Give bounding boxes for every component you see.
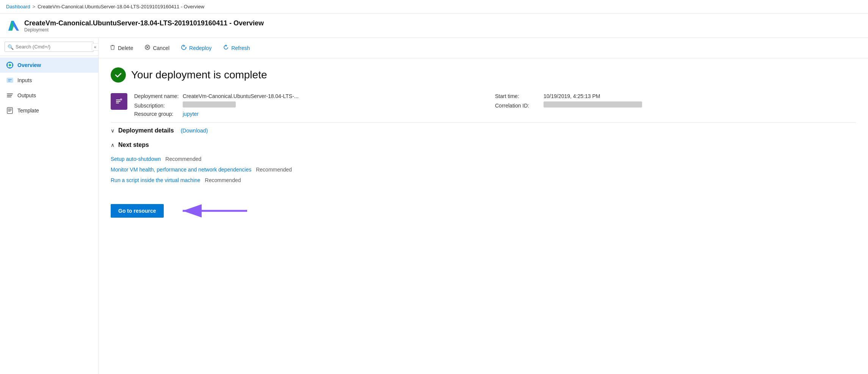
sidebar: 🔍 « Overview Inputs bbox=[0, 38, 99, 374]
resource-group-link[interactable]: jupyter bbox=[183, 111, 199, 117]
pointing-arrow-icon bbox=[175, 201, 251, 220]
svg-rect-9 bbox=[7, 97, 11, 97]
app-title-block: CreateVm-Canonical.UbuntuServer-18.04-LT… bbox=[24, 19, 264, 33]
redeploy-button[interactable]: Redeploy bbox=[176, 42, 216, 54]
correlation-id-label: Correlation ID: bbox=[495, 103, 541, 109]
run-script-link[interactable]: Run a script inside the virtual machine bbox=[111, 177, 201, 183]
next-steps-chevron: ∧ bbox=[111, 142, 114, 148]
info-row-start-time: Start time: 10/19/2019, 4:25:13 PM bbox=[495, 93, 856, 99]
next-steps-section[interactable]: ∧ Next steps bbox=[111, 139, 856, 153]
toolbar: Delete Cancel Redeploy Refresh bbox=[99, 38, 868, 58]
deployment-title: Your deployment is complete bbox=[131, 69, 267, 81]
breadcrumb-separator: > bbox=[33, 4, 36, 9]
inputs-icon bbox=[6, 76, 14, 84]
redeploy-label: Redeploy bbox=[189, 45, 212, 51]
resource-group-label: Resource group: bbox=[134, 111, 180, 117]
delete-icon bbox=[110, 44, 116, 51]
sidebar-nav: Overview Inputs Outputs bbox=[0, 56, 98, 374]
monitor-vm-link[interactable]: Monitor VM health, performance and netwo… bbox=[111, 167, 251, 173]
sidebar-item-inputs[interactable]: Inputs bbox=[0, 73, 98, 88]
svg-rect-12 bbox=[8, 110, 12, 111]
delete-button[interactable]: Delete bbox=[105, 42, 138, 54]
content-body: Your deployment is complete bbox=[99, 58, 868, 229]
info-row-correlation-id: Correlation ID: bbox=[495, 101, 856, 109]
breadcrumb-dashboard-link[interactable]: Dashboard bbox=[6, 4, 30, 9]
deployment-name-label: Deployment name: bbox=[134, 93, 180, 99]
svg-rect-13 bbox=[8, 111, 11, 112]
run-script-badge: Recommended bbox=[205, 177, 241, 183]
main-layout: 🔍 « Overview Inputs bbox=[0, 38, 868, 374]
next-steps-list: Setup auto-shutdown Recommended Monitor … bbox=[111, 153, 856, 195]
sidebar-collapse-button[interactable]: « bbox=[92, 43, 99, 51]
search-box: 🔍 « bbox=[0, 38, 98, 56]
sidebar-item-overview[interactable]: Overview bbox=[0, 58, 98, 73]
svg-point-5 bbox=[9, 64, 11, 66]
svg-rect-6 bbox=[7, 78, 13, 83]
sidebar-template-label: Template bbox=[17, 108, 39, 114]
setup-auto-shutdown-badge: Recommended bbox=[165, 156, 201, 162]
delete-label: Delete bbox=[118, 45, 133, 51]
deployment-details-title: Deployment details bbox=[118, 127, 174, 134]
status-check-icon bbox=[111, 67, 126, 83]
deployment-name-value: CreateVm-Canonical.UbuntuServer-18.04-LT… bbox=[183, 93, 299, 99]
info-section-right: Start time: 10/19/2019, 4:25:13 PM Corre… bbox=[495, 93, 856, 111]
deployment-details-chevron: ∨ bbox=[111, 128, 114, 134]
subscription-label: Subscription: bbox=[134, 103, 180, 109]
breadcrumb-current-page: CreateVm-Canonical.UbuntuServer-18.04-LT… bbox=[38, 4, 204, 9]
next-step-2: Monitor VM health, performance and netwo… bbox=[111, 167, 856, 173]
sidebar-overview-label: Overview bbox=[17, 62, 41, 68]
svg-rect-14 bbox=[111, 45, 114, 46]
sidebar-outputs-label: Outputs bbox=[17, 92, 36, 98]
deployment-details-download-link[interactable]: (Download) bbox=[181, 128, 208, 134]
deployment-type-icon bbox=[111, 93, 127, 110]
cancel-icon bbox=[144, 44, 150, 51]
template-icon bbox=[6, 107, 14, 114]
redeploy-icon bbox=[181, 44, 187, 51]
app-title: CreateVm-Canonical.UbuntuServer-18.04-LT… bbox=[24, 19, 264, 28]
sidebar-inputs-label: Inputs bbox=[17, 77, 32, 83]
cancel-label: Cancel bbox=[153, 45, 169, 51]
refresh-icon bbox=[223, 44, 229, 51]
go-to-resource-wrap: Go to resource bbox=[111, 201, 856, 220]
correlation-id-value bbox=[544, 101, 642, 108]
info-section: Deployment name: CreateVm-Canonical.Ubun… bbox=[111, 93, 856, 119]
arrow-annotation bbox=[175, 201, 251, 220]
next-steps-title: Next steps bbox=[118, 142, 149, 148]
info-row-resource-group: Resource group: jupyter bbox=[134, 111, 495, 117]
search-input[interactable] bbox=[5, 42, 94, 52]
next-step-1: Setup auto-shutdown Recommended bbox=[111, 156, 856, 162]
overview-icon bbox=[6, 61, 14, 69]
app-header: CreateVm-Canonical.UbuntuServer-18.04-LT… bbox=[0, 14, 868, 38]
start-time-value: 10/19/2019, 4:25:13 PM bbox=[544, 93, 600, 99]
outputs-icon bbox=[6, 92, 14, 99]
content-area: Delete Cancel Redeploy Refresh bbox=[99, 38, 868, 374]
refresh-button[interactable]: Refresh bbox=[218, 42, 255, 54]
app-subtitle: Deployment bbox=[24, 27, 264, 33]
sidebar-item-template[interactable]: Template bbox=[0, 103, 98, 118]
sidebar-item-outputs[interactable]: Outputs bbox=[0, 88, 98, 103]
svg-rect-10 bbox=[7, 108, 13, 114]
refresh-label: Refresh bbox=[231, 45, 250, 51]
start-time-label: Start time: bbox=[495, 93, 541, 99]
svg-rect-20 bbox=[116, 103, 119, 103]
deployment-status: Your deployment is complete bbox=[111, 67, 856, 83]
svg-rect-11 bbox=[8, 109, 12, 109]
subscription-value bbox=[183, 101, 236, 108]
monitor-vm-badge: Recommended bbox=[256, 167, 292, 173]
deployment-details-section[interactable]: ∨ Deployment details (Download) bbox=[111, 122, 856, 139]
azure-logo-icon bbox=[6, 19, 20, 33]
go-to-resource-button[interactable]: Go to resource bbox=[111, 204, 164, 218]
info-row-name: Deployment name: CreateVm-Canonical.Ubun… bbox=[134, 93, 495, 99]
svg-rect-21 bbox=[120, 98, 122, 100]
breadcrumb: Dashboard > CreateVm-Canonical.UbuntuSer… bbox=[0, 0, 868, 14]
info-row-subscription: Subscription: bbox=[134, 101, 495, 109]
cancel-button[interactable]: Cancel bbox=[139, 42, 174, 54]
svg-rect-8 bbox=[7, 95, 12, 96]
svg-rect-15 bbox=[110, 46, 115, 46]
info-section-data: Deployment name: CreateVm-Canonical.Ubun… bbox=[134, 93, 495, 119]
next-step-3: Run a script inside the virtual machine … bbox=[111, 177, 856, 183]
svg-rect-19 bbox=[116, 101, 121, 102]
setup-auto-shutdown-link[interactable]: Setup auto-shutdown bbox=[111, 156, 161, 162]
svg-rect-7 bbox=[7, 94, 13, 94]
